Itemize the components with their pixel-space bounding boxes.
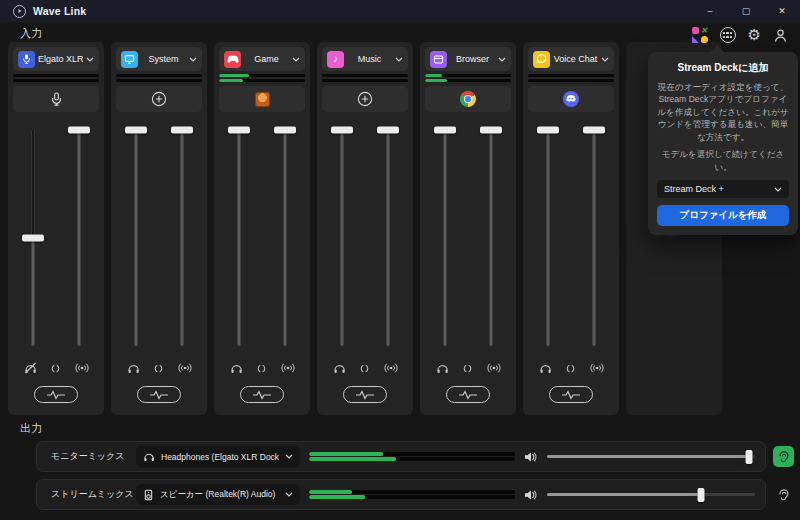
channel-name: Game: [244, 54, 289, 64]
unlink-icon[interactable]: [153, 363, 164, 374]
unlink-icon[interactable]: [50, 363, 61, 374]
stream-volume-slider[interactable]: [547, 488, 755, 502]
monitor-device-name: Headphones (Elgato XLR Dock): [161, 452, 279, 462]
headphones-monitor-icon: [539, 362, 552, 374]
channel-source-select[interactable]: Elgato XLR ...: [13, 47, 99, 71]
channel-source-select[interactable]: Browser: [425, 47, 511, 71]
stream-device-select[interactable]: スピーカー (Realtek(R) Audio): [136, 484, 300, 505]
stream-deck-popup: Stream Deckに追加 現在のオーディオ設定を使って、Stream Dec…: [648, 52, 798, 235]
topbar-icons: ✕ ⚙: [692, 27, 788, 43]
maximize-button[interactable]: ▢: [728, 0, 764, 22]
minimize-button[interactable]: –: [692, 0, 728, 22]
fader-thumb[interactable]: [228, 127, 250, 134]
microphone-settings-button[interactable]: [13, 86, 99, 112]
stream-fader[interactable]: [68, 126, 90, 350]
channel-source-select[interactable]: System: [116, 47, 202, 71]
channel-source-select[interactable]: Game: [219, 47, 305, 71]
waveform-icon: [355, 390, 375, 400]
chrome-app-button[interactable]: [425, 86, 511, 112]
broadcast-stream-icon: [590, 362, 604, 374]
game-app-icon: [255, 92, 270, 107]
channel-meter: [219, 74, 305, 84]
filters-button[interactable]: [549, 386, 593, 403]
fader-thumb[interactable]: [125, 127, 147, 134]
stream-fader[interactable]: [171, 126, 193, 350]
ear-icon: [778, 450, 790, 464]
channel-strip: Elgato XLR ...: [8, 42, 104, 415]
broadcast-stream-icon: [384, 362, 398, 374]
fader-thumb[interactable]: [22, 235, 44, 242]
monitor-device-select[interactable]: Headphones (Elgato XLR Dock): [136, 446, 300, 467]
settings-gear-icon[interactable]: ⚙: [748, 27, 761, 43]
monitor-volume-slider[interactable]: [547, 450, 755, 464]
stream-device-name: スピーカー (Realtek(R) Audio): [160, 489, 279, 501]
slider-thumb[interactable]: [697, 488, 704, 502]
channel-faders: [111, 126, 207, 350]
monitor-fader[interactable]: [125, 126, 147, 350]
unlink-icon[interactable]: [462, 363, 473, 374]
channel-source-select[interactable]: ♪ Music: [322, 47, 408, 71]
unlink-icon[interactable]: [256, 363, 267, 374]
fader-thumb[interactable]: [68, 127, 90, 134]
monitor-listen-toggle[interactable]: [773, 446, 794, 467]
stream-fader[interactable]: [274, 126, 296, 350]
fader-thumb[interactable]: [434, 127, 456, 134]
discord-app-button[interactable]: [528, 86, 614, 112]
stream-fader[interactable]: [583, 126, 605, 350]
unlink-icon[interactable]: [565, 363, 576, 374]
fader-thumb[interactable]: [377, 127, 399, 134]
broadcast-stream-icon: [75, 362, 89, 374]
chevron-down-icon: [498, 57, 506, 62]
slider-thumb[interactable]: [745, 450, 752, 464]
channel-source-select[interactable]: Voice Chat: [528, 47, 614, 71]
channel-name: System: [141, 54, 186, 64]
stream-listen-toggle[interactable]: [773, 484, 794, 505]
titlebar: Wave Link – ▢ ✕: [0, 0, 800, 22]
model-select[interactable]: Stream Deck +: [657, 180, 789, 198]
account-person-icon[interactable]: [773, 28, 788, 43]
game-app-button[interactable]: [219, 86, 305, 112]
fader-thumb[interactable]: [537, 127, 559, 134]
stream-fader[interactable]: [480, 126, 502, 350]
close-button[interactable]: ✕: [764, 0, 800, 22]
channel-name: Elgato XLR ...: [38, 54, 83, 64]
filters-button[interactable]: [343, 386, 387, 403]
chevron-down-icon: [285, 492, 293, 497]
chevron-down-icon: [86, 57, 94, 62]
filters-button[interactable]: [446, 386, 490, 403]
monitor-fader[interactable]: [537, 126, 559, 350]
filters-button[interactable]: [137, 386, 181, 403]
marketplace-icon[interactable]: ✕: [692, 27, 708, 43]
model-select-value: Stream Deck +: [664, 184, 724, 194]
channel-meter: [322, 74, 408, 84]
fader-thumb[interactable]: [583, 127, 605, 134]
headphones-monitor-icon: [436, 362, 449, 374]
channel-meter: [116, 74, 202, 84]
fader-thumb[interactable]: [171, 127, 193, 134]
fader-thumb[interactable]: [274, 127, 296, 134]
monitor-fader[interactable]: [22, 126, 44, 350]
filters-button[interactable]: [34, 386, 78, 403]
input-mixer: Elgato XLR ... System: [8, 42, 722, 415]
channel-strip: Browser: [420, 42, 516, 415]
output-section-label: 出力: [20, 421, 42, 436]
create-profile-button[interactable]: プロファイルを作成: [657, 205, 789, 226]
stream-mix-row: ストリームミックス スピーカー (Realtek(R) Audio): [36, 479, 794, 510]
fader-thumb[interactable]: [480, 127, 502, 134]
filters-button[interactable]: [240, 386, 284, 403]
stream-fader[interactable]: [377, 126, 399, 350]
monitor-fader[interactable]: [331, 126, 353, 350]
waveform-icon: [252, 390, 272, 400]
channel-meter: [528, 74, 614, 84]
stream-output-meter: [309, 489, 515, 500]
unlink-icon[interactable]: [359, 363, 370, 374]
monitor-fader[interactable]: [434, 126, 456, 350]
monitor-fader[interactable]: [228, 126, 250, 350]
broadcast-stream-icon: [281, 362, 295, 374]
fader-thumb[interactable]: [331, 127, 353, 134]
add-source-button[interactable]: [322, 86, 408, 112]
headphones-monitor-icon: [127, 362, 140, 374]
stream-deck-icon[interactable]: [720, 27, 736, 43]
add-source-button[interactable]: [116, 86, 202, 112]
chevron-down-icon: [285, 454, 293, 459]
